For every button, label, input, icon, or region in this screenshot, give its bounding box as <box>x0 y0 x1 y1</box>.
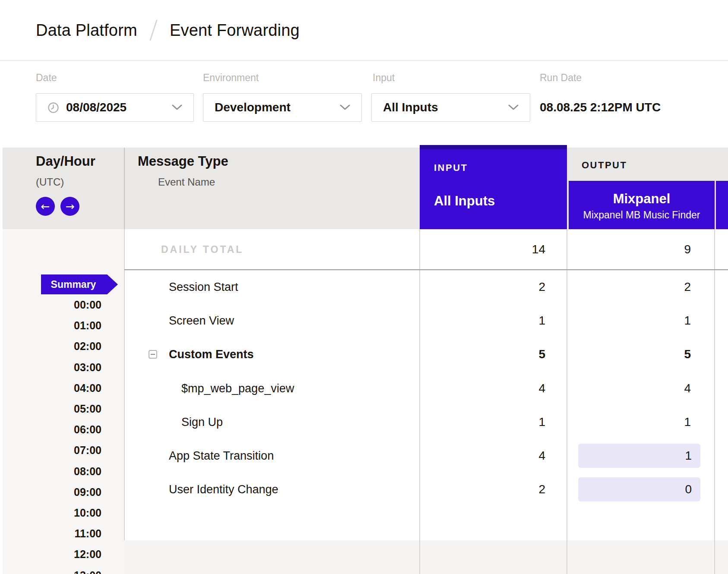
row-label: Screen View <box>169 314 234 328</box>
table-footer-area <box>124 540 728 574</box>
input-column-value: All Inputs <box>434 193 567 209</box>
row-input-value: 5 <box>420 347 545 361</box>
message-type-header: Message Type <box>138 154 228 169</box>
arrow-left-icon: ← <box>41 201 50 212</box>
hour-label[interactable]: 09:00 <box>0 482 101 502</box>
input-filter-label: Input <box>373 72 395 84</box>
row-output-value: 2 <box>567 280 691 294</box>
breadcrumb: Data Platform Event Forwarding <box>36 0 300 60</box>
summary-badge[interactable]: Summary <box>41 274 118 294</box>
day-hour-header: Day/Hour <box>36 154 95 169</box>
row-label: Custom Events <box>169 348 254 361</box>
message-row: Custom Events55 <box>124 337 728 371</box>
message-row: User Identity Change20 <box>124 473 728 506</box>
message-row: $mp_web_page_view44 <box>124 372 728 405</box>
output-highlight-cell[interactable]: 0 <box>578 477 700 501</box>
message-row: Screen View11 <box>124 304 728 337</box>
row-label: $mp_web_page_view <box>181 382 294 395</box>
output-mixpanel-header[interactable]: Mixpanel Mixpanel MB Music Finder <box>569 181 715 229</box>
run-date-value: 08.08.25 2:12PM UTC <box>540 100 661 115</box>
column-divider <box>124 148 125 229</box>
hour-label[interactable]: 10:00 <box>0 502 101 523</box>
hour-label[interactable]: 05:00 <box>0 398 101 419</box>
message-row: App State Transition41 <box>124 439 728 473</box>
environment-select-value: Development <box>215 101 291 114</box>
chevron-down-icon <box>340 104 350 110</box>
row-label: App State Transition <box>169 449 274 463</box>
output-highlight-cell[interactable]: 1 <box>578 444 700 468</box>
hour-label[interactable]: 01:00 <box>0 315 101 336</box>
row-input-value: 4 <box>420 449 545 463</box>
next-output-column-partial[interactable] <box>716 181 728 229</box>
row-input-value: 2 <box>420 280 545 294</box>
row-label: User Identity Change <box>169 483 279 496</box>
date-filter-label: Date <box>36 72 57 84</box>
row-output-value: 4 <box>567 382 691 395</box>
input-select[interactable]: All Inputs <box>371 93 530 122</box>
hour-label[interactable]: 08:00 <box>0 461 101 482</box>
message-row: Sign Up11 <box>124 405 728 439</box>
input-column-header[interactable]: INPUT All Inputs <box>420 145 567 229</box>
event-forwarding-page: Data Platform Event Forwarding Date Envi… <box>0 0 728 574</box>
day-hour-timezone: (UTC) <box>36 176 64 188</box>
date-select[interactable]: 08/08/2025 <box>36 93 194 122</box>
run-date-label: Run Date <box>540 72 582 84</box>
row-input-value: 2 <box>420 483 545 496</box>
daily-total-label: DAILY TOTAL <box>161 243 244 255</box>
top-bar: Data Platform Event Forwarding <box>0 0 728 61</box>
environment-select[interactable]: Development <box>203 93 362 122</box>
row-output-value: 0 <box>685 483 692 496</box>
minus-icon <box>151 354 155 355</box>
hour-label[interactable]: 02:00 <box>0 336 101 356</box>
output-column-label: OUTPUT <box>582 160 627 171</box>
input-column-top-strip <box>420 145 567 149</box>
row-output-value: 5 <box>567 347 691 361</box>
hour-label[interactable]: 03:00 <box>0 357 101 378</box>
prev-day-button[interactable]: ← <box>36 197 55 216</box>
row-output-value: 1 <box>567 314 691 328</box>
output-name: Mixpanel <box>569 192 715 206</box>
arrow-right-icon: → <box>66 201 75 212</box>
next-day-button[interactable]: → <box>60 197 79 216</box>
event-name-subheader: Event Name <box>158 176 215 188</box>
row-output-value: 1 <box>567 415 691 429</box>
row-input-value: 4 <box>420 382 545 395</box>
row-label: Sign Up <box>181 416 223 429</box>
chevron-down-icon <box>508 104 519 110</box>
environment-filter-label: Environment <box>203 72 259 84</box>
hour-label[interactable]: 07:00 <box>0 440 101 460</box>
hour-label[interactable]: 06:00 <box>0 419 101 440</box>
row-input-value: 1 <box>420 415 545 429</box>
breadcrumb-section[interactable]: Data Platform <box>36 21 137 40</box>
output-subtitle: Mixpanel MB Music Finder <box>569 209 715 221</box>
hour-label[interactable]: 13:00 <box>0 565 101 574</box>
row-input-value: 1 <box>420 314 545 328</box>
collapse-toggle[interactable] <box>149 350 157 359</box>
hour-label[interactable]: 11:00 <box>0 523 101 544</box>
clock-icon <box>47 102 59 114</box>
row-label: Session Start <box>169 281 238 294</box>
daily-total-input-value: 14 <box>420 243 545 256</box>
row-output-value: 1 <box>685 449 692 463</box>
hour-label[interactable]: 04:00 <box>0 378 101 398</box>
message-row: Session Start22 <box>124 270 728 304</box>
input-column-label: INPUT <box>434 162 567 173</box>
daily-total-output-value: 9 <box>567 243 691 256</box>
page-title: Event Forwarding <box>170 21 300 40</box>
date-select-value: 08/08/2025 <box>66 101 127 114</box>
breadcrumb-separator <box>149 20 158 41</box>
hour-label[interactable]: 00:00 <box>0 294 101 315</box>
chevron-down-icon <box>172 104 182 110</box>
hour-label[interactable]: 12:00 <box>0 544 101 565</box>
input-select-value: All Inputs <box>383 101 438 114</box>
